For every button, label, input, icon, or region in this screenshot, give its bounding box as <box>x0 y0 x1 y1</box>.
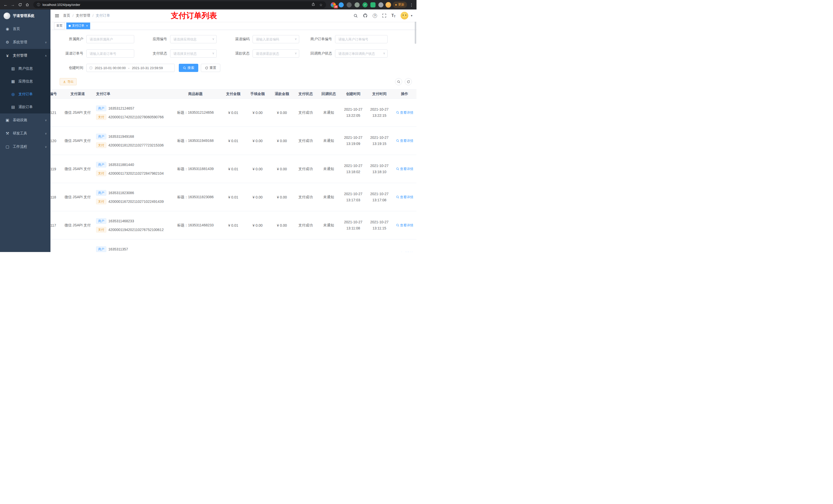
cell-pay-status: 支付成功 <box>294 223 317 228</box>
menu-label: 支付订单 <box>19 92 33 97</box>
extension-icon[interactable] <box>355 2 360 7</box>
sidebar-item-merchant-info[interactable]: ▥ 商户信息 <box>0 62 50 75</box>
browser-back-icon[interactable]: ← <box>2 1 9 8</box>
reset-button[interactable]: 重置 <box>201 64 220 72</box>
github-icon[interactable] <box>363 13 367 18</box>
close-tab-icon[interactable]: × <box>86 24 88 28</box>
help-icon[interactable]: ? <box>373 14 377 18</box>
create-time-range-picker[interactable]: 2021-10-01 00:00:00 - 2021-10-31 23:59:5… <box>86 64 175 72</box>
app-no-input[interactable] <box>170 35 217 43</box>
cell-fee-amount: ¥ 0.00 <box>245 111 270 115</box>
channel-order-no-input[interactable] <box>86 49 134 57</box>
chevron-down-icon: ∨ <box>45 41 47 44</box>
sidebar-item-pay-order[interactable]: ◎ 支付订单 <box>0 88 50 101</box>
extensions-puzzle-icon[interactable] <box>378 2 383 7</box>
merchant-tag: 商户 <box>96 246 106 252</box>
date-start-value[interactable]: 2021-10-01 00:00:00 <box>95 66 126 70</box>
refund-status-input[interactable] <box>253 49 299 57</box>
app-logo[interactable]: 芋道管理系统 <box>0 9 50 22</box>
refresh-table-button[interactable] <box>405 78 412 85</box>
menu-label: 系统管理 <box>13 40 27 45</box>
cell-fee-amount: ¥ 0.00 <box>245 223 270 227</box>
page-info-icon[interactable]: ⓘ <box>37 3 40 6</box>
breadcrumb-pay-manage[interactable]: 支付管理 <box>76 13 90 18</box>
fullscreen-icon[interactable] <box>382 14 386 18</box>
export-button[interactable]: 导出 <box>60 78 77 85</box>
filter-label: 退款状态 <box>222 51 253 56</box>
extension-icon[interactable]: ✓ <box>362 2 367 7</box>
browser-home-icon[interactable] <box>24 1 31 8</box>
channel-code-input[interactable] <box>253 35 299 43</box>
browser-profile-avatar[interactable] <box>385 2 391 8</box>
browser-chrome: ← → ⓘ localhost:1024/pay/order ☆ 10 ✓ 更新… <box>0 0 416 9</box>
merchant-order-no-input[interactable] <box>335 35 387 43</box>
cell-operation: 查看详情 <box>392 139 416 143</box>
caret-down-icon[interactable]: ▾ <box>411 14 412 18</box>
extension-icon[interactable] <box>347 2 352 7</box>
sidebar-item-workflow[interactable]: ▢ 工作流程 ∨ <box>0 140 50 153</box>
chevron-down-icon: ∨ <box>212 37 214 41</box>
pay-status-input[interactable] <box>170 49 217 57</box>
view-detail-link[interactable]: 查看详情 <box>396 111 413 115</box>
col-header-pay-status: 支付状态 <box>294 92 317 96</box>
browser-forward-icon[interactable]: → <box>9 1 16 8</box>
extension-icon[interactable] <box>371 2 376 7</box>
top-navbar: 首页 / 支付管理 / 支付订单 支付订单列表 ? TT ▾ <box>50 9 416 22</box>
cell-create-time: 2021-10-2713:22:05 <box>340 106 366 118</box>
cell-notify-status: 未通知 <box>317 167 340 171</box>
view-detail-link[interactable]: 查看详情 <box>396 195 413 199</box>
cell-operation: 查看详情 <box>392 251 416 252</box>
sidebar-item-payment[interactable]: ¥ 支付管理 ∧ <box>0 49 50 62</box>
breadcrumb-current: 支付订单 <box>96 13 110 18</box>
search-icon[interactable] <box>354 14 358 18</box>
cell-pay-time: 2021-10-2713:22:15 <box>366 106 392 118</box>
cell-pay-order: 商户1635311357 支付 <box>93 246 170 252</box>
cell-pay-status: 支付成功 <box>294 195 317 199</box>
breadcrumb-separator: / <box>72 14 73 18</box>
browser-update-button[interactable]: 更新 <box>393 2 407 8</box>
date-end-value[interactable]: 2021-10-31 23:59:59 <box>132 66 163 70</box>
sidebar-item-refund-order[interactable]: ▤ 退款订单 <box>0 101 50 114</box>
extension-icon[interactable] <box>339 2 344 7</box>
table-row: 120 微信 JSAPI 支付 商户1635311949168 支付420000… <box>50 127 416 155</box>
tab-home[interactable]: 首页 <box>54 23 65 29</box>
url-text[interactable]: localhost:1024/pay/order <box>43 3 309 7</box>
sidebar-item-home[interactable]: ◉ 首页 <box>0 22 50 35</box>
menu-label: 退款订单 <box>19 105 33 110</box>
toggle-search-button[interactable] <box>395 78 402 85</box>
search-button[interactable]: 搜索 <box>179 64 198 72</box>
extension-icon[interactable]: 10 <box>331 2 336 7</box>
merchant-tag: 商户 <box>96 218 106 224</box>
cell-product-title: 标题：1635311823086 <box>170 195 221 199</box>
logo-image <box>4 13 10 19</box>
share-icon[interactable] <box>311 3 315 7</box>
breadcrumb-home[interactable]: 首页 <box>63 13 70 18</box>
sidebar-collapse-icon[interactable] <box>54 13 60 18</box>
view-detail-link[interactable]: 查看详情 <box>396 223 413 228</box>
sidebar-item-infrastructure[interactable]: ▣ 基础设施 ∨ <box>0 114 50 127</box>
merchant-input[interactable] <box>86 35 134 43</box>
view-detail-link[interactable]: 查看详情 <box>396 167 413 171</box>
cell-pay-order: 商户1635311881440 支付4200001173202110272847… <box>93 162 170 176</box>
cell-pay-channel: 微信 JSAPI 支付 <box>62 223 93 228</box>
view-detail-link[interactable]: 查看详情 <box>396 139 413 143</box>
sidebar-item-system[interactable]: ⚙ 系统管理 ∨ <box>0 35 50 49</box>
table-row: 119 微信 JSAPI 支付 商户1635311881440 支付420000… <box>50 155 416 183</box>
tab-pay-order[interactable]: 支付订单 × <box>66 23 90 29</box>
extension-badge: 10 <box>334 5 338 8</box>
view-detail-link[interactable]: 查看详情 <box>396 251 413 252</box>
sidebar-item-app-info[interactable]: ▦ 应用信息 <box>0 75 50 88</box>
cell-operation: 查看详情 <box>392 111 416 115</box>
font-size-icon[interactable]: TT <box>391 13 396 18</box>
browser-reload-icon[interactable] <box>16 1 24 8</box>
merchant-tag: 商户 <box>96 162 106 167</box>
user-avatar[interactable] <box>401 12 408 20</box>
col-header-product-title: 商品标题 <box>170 92 221 96</box>
bookmark-star-icon[interactable]: ☆ <box>319 3 323 7</box>
notify-status-input[interactable] <box>335 49 387 57</box>
address-bar[interactable]: ⓘ localhost:1024/pay/order ☆ <box>33 1 326 8</box>
browser-menu-icon[interactable]: ⋮ <box>409 3 414 7</box>
sidebar-item-dev-tools[interactable]: ⚒ 研发工具 ∨ <box>0 127 50 140</box>
tools-icon: ⚒ <box>5 131 10 136</box>
chevron-down-icon: ∨ <box>45 132 47 135</box>
